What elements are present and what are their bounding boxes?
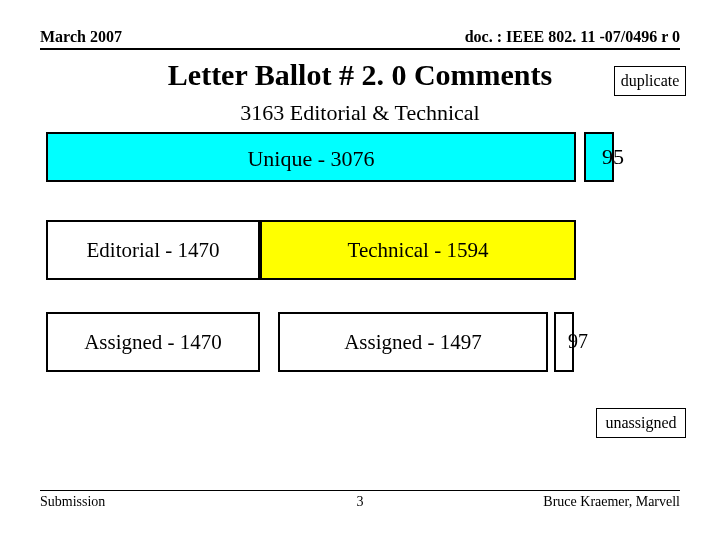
unique-box: Unique - 3076 — [46, 132, 576, 182]
editorial-box: Editorial - 1470 — [46, 220, 260, 280]
unique-row: Unique - 3076 95 — [46, 132, 674, 182]
assigned-editorial-box: Assigned - 1470 — [46, 312, 260, 372]
header-docref: doc. : IEEE 802. 11 -07/0496 r 0 — [465, 28, 680, 46]
slide-header: March 2007 doc. : IEEE 802. 11 -07/0496 … — [40, 28, 680, 46]
footer-rule — [40, 490, 680, 491]
footer-page: 3 — [40, 494, 680, 510]
duplicate-count-label: 95 — [602, 144, 624, 170]
duplicate-label-box: duplicate — [614, 66, 686, 96]
unassigned-label-box: unassigned — [596, 408, 686, 438]
category-row: Editorial - 1470 Technical - 1594 — [46, 220, 576, 280]
slide-footer: Submission 3 Bruce Kraemer, Marvell — [40, 494, 680, 510]
assigned-technical-box: Assigned - 1497 — [278, 312, 548, 372]
header-rule — [40, 48, 680, 50]
total-row-label: 3163 Editorial & Technical — [0, 100, 720, 126]
header-date: March 2007 — [40, 28, 122, 46]
technical-box: Technical - 1594 — [260, 220, 576, 280]
slide-title: Letter Ballot # 2. 0 Comments — [0, 58, 720, 92]
assigned-row: Assigned - 1470 Assigned - 1497 97 — [46, 312, 606, 372]
unassigned-count-label: 97 — [568, 330, 588, 353]
